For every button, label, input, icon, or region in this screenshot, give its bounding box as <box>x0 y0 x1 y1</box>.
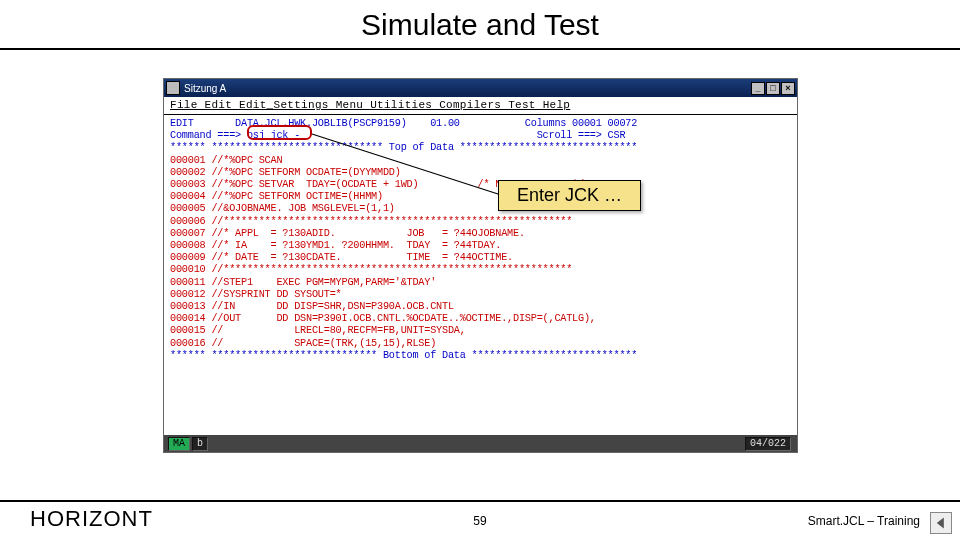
window-titlebar: Sitzung A _ □ × <box>164 79 797 97</box>
command-line[interactable]: Command ===> osj jck - Scroll ===> CSR <box>170 130 625 141</box>
divider-top <box>0 48 960 50</box>
window-buttons: _ □ × <box>751 82 795 95</box>
arrow-left-icon <box>934 516 948 530</box>
divider-bottom <box>0 500 960 502</box>
menubar-items[interactable]: File Edit Edit_Settings Menu Utilities C… <box>170 99 570 111</box>
top-of-data: ****** ***************************** Top… <box>170 142 637 153</box>
status-position: 04/022 <box>745 437 791 451</box>
close-button[interactable]: × <box>781 82 795 95</box>
editor-header-line: EDIT DATA.JCL.HWK.JOBLIB(PSCP9159) 01.00… <box>170 118 637 129</box>
callout-box: Enter JCK … <box>498 180 641 211</box>
editor-menubar[interactable]: File Edit Edit_Settings Menu Utilities C… <box>164 97 797 115</box>
status-ma: MA <box>168 437 190 451</box>
command-highlight <box>247 125 312 140</box>
window-title: Sitzung A <box>184 83 751 94</box>
bottom-of-data: ****** **************************** Bott… <box>170 350 637 361</box>
status-b: b <box>192 437 208 451</box>
system-menu-icon[interactable] <box>166 81 180 95</box>
maximize-button[interactable]: □ <box>766 82 780 95</box>
training-label: Smart.JCL – Training <box>808 514 920 528</box>
slide: Simulate and Test Sitzung A _ □ × File E… <box>0 0 960 540</box>
status-bar: MA b 04/022 <box>164 435 797 452</box>
prev-slide-button[interactable] <box>930 512 952 534</box>
slide-title: Simulate and Test <box>0 0 960 48</box>
callout-text: Enter JCK … <box>517 185 622 205</box>
minimize-button[interactable]: _ <box>751 82 765 95</box>
editor-area[interactable]: EDIT DATA.JCL.HWK.JOBLIB(PSCP9159) 01.00… <box>164 115 797 435</box>
svg-marker-1 <box>937 517 944 528</box>
